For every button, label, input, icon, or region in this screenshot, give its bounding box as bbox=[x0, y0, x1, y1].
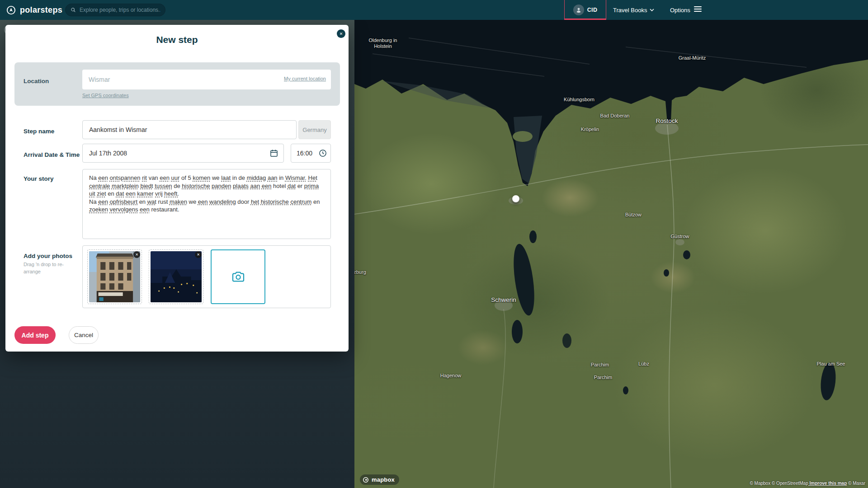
close-icon[interactable]: ✕ bbox=[337, 29, 345, 38]
map-city-label: Rostock bbox=[656, 117, 678, 124]
map-city-label: zburg bbox=[354, 269, 366, 275]
menu-icon[interactable] bbox=[694, 6, 702, 13]
add-step-button[interactable]: Add step bbox=[14, 326, 56, 344]
nav-user[interactable]: CID bbox=[564, 0, 606, 20]
new-step-modal: New step ✕ Location My current location … bbox=[5, 25, 349, 352]
polarsteps-logo-icon bbox=[6, 5, 16, 15]
map-city-label: Kröpelin bbox=[581, 127, 599, 132]
options-label: Options bbox=[670, 7, 690, 14]
arrival-date-field bbox=[82, 144, 284, 163]
map-city-label: Bad Doberan bbox=[600, 113, 630, 118]
search-icon bbox=[70, 7, 76, 13]
mapbox-logo-text: mapbox bbox=[372, 476, 395, 483]
map-city-label: Plau am See bbox=[817, 361, 845, 366]
map-city-label: Schwerin bbox=[491, 296, 516, 303]
brand-logo[interactable]: polarsteps bbox=[6, 0, 62, 20]
map-labels: Oldenburg in HolsteinGraal-MüritzKühlung… bbox=[354, 20, 868, 488]
map-city-label: Bützow bbox=[625, 212, 642, 217]
photo-square-night bbox=[151, 251, 202, 302]
attribution-part: © OpenStreetMap bbox=[770, 481, 808, 486]
map-city-label: Hagenow bbox=[440, 373, 461, 378]
attribution-part: © Maxar bbox=[847, 481, 865, 486]
step-name-label: Step name bbox=[24, 128, 54, 135]
calendar-icon[interactable] bbox=[269, 149, 278, 158]
story-textarea[interactable]: Na een ontspannen rit van een uur of 5 k… bbox=[82, 169, 331, 239]
polarsteps-app: Oldenburg in HolsteinGraal-MüritzKühlung… bbox=[0, 0, 868, 488]
story-label: Your story bbox=[24, 175, 54, 182]
country-button[interactable]: Germany bbox=[298, 120, 331, 139]
travel-books-label: Travel Books bbox=[613, 7, 647, 14]
my-current-location-link[interactable]: My current location bbox=[284, 76, 326, 81]
person-icon bbox=[575, 6, 582, 14]
avatar bbox=[573, 5, 584, 15]
map-city-label: Lübz bbox=[638, 361, 649, 366]
nav-user-label: CID bbox=[587, 7, 598, 13]
location-input-wrap: My current location bbox=[82, 70, 331, 89]
map-city-label: Oldenburg in Holstein bbox=[366, 38, 400, 49]
modal-title: New step bbox=[5, 34, 349, 45]
map-location-marker[interactable] bbox=[512, 195, 519, 202]
photo-thumbnail[interactable]: ✕ bbox=[87, 249, 142, 304]
set-gps-coordinates-link[interactable]: Set GPS coordinates bbox=[82, 93, 129, 98]
map-city-label: Parchim bbox=[594, 375, 612, 380]
photos-hint: Drag 'n drop to re-arrange bbox=[24, 261, 78, 275]
step-name-input[interactable] bbox=[82, 120, 297, 139]
arrival-label: Arrival Date & Time bbox=[24, 151, 80, 158]
attribution-part[interactable]: Improve this map bbox=[808, 481, 847, 486]
top-nav: polarsteps CID Travel Books Options bbox=[0, 0, 868, 20]
photo-building-day bbox=[89, 251, 140, 302]
arrival-time-field bbox=[291, 144, 331, 163]
clock-icon[interactable] bbox=[318, 149, 327, 158]
cancel-button[interactable]: Cancel bbox=[69, 326, 99, 344]
camera-icon bbox=[231, 270, 245, 284]
map-attribution[interactable]: © Mapbox © OpenStreetMap Improve this ma… bbox=[750, 481, 865, 486]
arrival-time-input[interactable] bbox=[291, 150, 318, 157]
nav-travel-books[interactable]: Travel Books bbox=[613, 0, 654, 20]
mapbox-icon bbox=[362, 476, 369, 483]
arrival-date-input[interactable] bbox=[83, 150, 269, 157]
attribution-part: © Mapbox bbox=[750, 481, 770, 486]
photo-thumbnail[interactable]: ✕ bbox=[149, 249, 203, 304]
mapbox-logo[interactable]: mapbox bbox=[360, 474, 399, 485]
search-input[interactable] bbox=[80, 7, 160, 13]
location-section: Location My current location Set GPS coo… bbox=[14, 62, 340, 106]
map-city-label: Parchim bbox=[591, 362, 609, 367]
remove-photo-icon[interactable]: ✕ bbox=[133, 251, 140, 258]
photos-label: Add your photos bbox=[24, 253, 72, 259]
map-canvas[interactable]: Oldenburg in HolsteinGraal-MüritzKühlung… bbox=[354, 20, 868, 488]
map-city-label: Graal-Müritz bbox=[679, 55, 706, 61]
map-city-label: Kühlungsborn bbox=[564, 97, 594, 102]
add-photo-button[interactable] bbox=[211, 249, 265, 304]
photos-dropzone[interactable]: ✕ ✕ bbox=[82, 245, 331, 308]
map-city-label: Güstrow bbox=[671, 234, 689, 239]
global-search[interactable] bbox=[65, 4, 165, 16]
remove-photo-icon[interactable]: ✕ bbox=[195, 251, 202, 258]
chevron-down-icon bbox=[650, 9, 654, 11]
brand-name: polarsteps bbox=[20, 5, 62, 15]
location-label: Location bbox=[24, 78, 49, 84]
nav-options[interactable]: Options bbox=[670, 0, 690, 20]
